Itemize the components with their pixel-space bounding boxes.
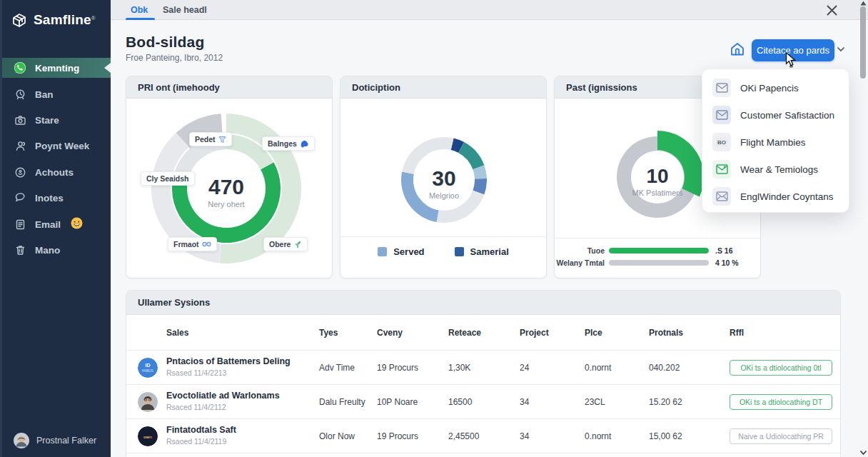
person-icon: [14, 140, 26, 153]
table-cell: 0.nornt: [585, 363, 611, 373]
menu-item-label: OKi Papencis: [740, 83, 799, 94]
donut-center-value: 10: [646, 165, 668, 187]
donut-center-label: Nery ohert: [208, 200, 244, 209]
sprout-icon: [293, 240, 302, 248]
card-divider: [555, 238, 760, 238]
create-reports-button[interactable]: Citetace ao pards: [752, 39, 834, 61]
user-name: Prostnal Falker: [36, 436, 96, 446]
mail-x-icon: [712, 187, 731, 206]
card-pri-ont-title: PRI ont (imehoody: [126, 76, 332, 99]
chevron-down-icon[interactable]: [836, 44, 847, 56]
sidebar-item-mano[interactable]: Mano: [2, 237, 111, 263]
table-row[interactable]: Evoctoliatle ad WarlonamsRsaced 11/4/211…: [126, 384, 840, 418]
callout-label: Cly Seaidsh: [146, 174, 189, 183]
sidebar-item-poynt-week[interactable]: Poynt Week: [2, 134, 111, 159]
scroll-down-icon[interactable]: [859, 450, 867, 456]
donut-chart-doticiption: 30Melgrioo: [340, 99, 547, 258]
table-cell: 10P Noare: [377, 397, 418, 407]
table-cell: 1,30K: [448, 363, 470, 373]
reports-dropdown-menu: OKi PapencisCustomer SafistactionBOFligh…: [702, 69, 849, 213]
table-cell: 0.nornt: [585, 431, 611, 441]
chart-callout-obere: Obere: [263, 237, 308, 251]
sidebar-item-kemnting[interactable]: Kemnting: [2, 58, 111, 78]
callout-label: Frmaot: [173, 240, 199, 248]
sidebar-item-stare[interactable]: Stare: [2, 107, 111, 133]
menu-item-flight-mambies[interactable]: BOFlight Mambies: [702, 129, 849, 156]
row-subtext: Rsaced 11/4/2112: [166, 403, 280, 411]
donut-chart-pri-ont: 470Nery ohert: [126, 99, 333, 278]
sidebar-item-label: Poynt Week: [35, 141, 89, 151]
svg-text:own: own: [143, 435, 152, 439]
row-name-block: Fintatodtals SaftRsaoed 11/4/2119: [166, 425, 236, 446]
scroll-up-icon[interactable]: [860, 1, 867, 6]
row-action-button[interactable]: Naive a Udiolocathing PR: [730, 428, 832, 444]
donut-center-value: 30: [432, 166, 455, 190]
column-header-tyes: Tyes: [319, 328, 338, 338]
whatsapp-icon: [14, 61, 26, 74]
menu-item-label: Wear & Temiologs: [740, 164, 818, 175]
menu-item-label: Customer Safistaction: [740, 110, 834, 121]
row-name: Fintatodtals Saft: [166, 425, 236, 435]
menu-item-englwinder-coyntans[interactable]: EnglWinder Coyntans: [702, 183, 849, 210]
face-icon: [14, 166, 26, 179]
sidebar-item-label: Kemnting: [35, 63, 79, 74]
chart-legend: ServedSamerial: [340, 246, 546, 257]
home-upload-icon[interactable]: [730, 41, 745, 57]
table-row[interactable]: ownFintatodtals SaftRsaoed 11/4/2119Olor…: [126, 418, 840, 453]
progress-row-welany-tmtal: Welany Tmtal4 10 %: [555, 257, 760, 268]
donut-center-label: MK Pslatimers: [632, 189, 683, 197]
row-name-block: Evoctoliatle ad WarlonamsRsaced 11/4/211…: [166, 391, 280, 411]
sidebar-item-label: Mano: [35, 245, 60, 256]
row-action-button[interactable]: OKi ts a dtiolocathing 0tl: [730, 360, 832, 376]
sidebar-item-inotes[interactable]: Inotes: [2, 186, 111, 211]
column-header-project: Project: [520, 328, 549, 338]
donut-segment: [458, 142, 484, 169]
tab-sale-headl-label: Sale headl: [163, 5, 207, 15]
sidebar-item-email[interactable]: Email: [2, 211, 111, 237]
legend-swatch: [455, 247, 464, 256]
sidebar-item-achouts[interactable]: Achouts: [2, 159, 111, 185]
menu-item-label: EnglWinder Coyntans: [740, 191, 834, 202]
mail-green-icon: [712, 160, 731, 179]
column-header-plce: Plce: [585, 328, 602, 338]
camera-icon: [14, 114, 26, 127]
table-row-partial: [126, 453, 840, 457]
chart-callout-balnges: Balnges: [262, 136, 315, 151]
card-doticiption: Doticiption 30Melgrioo ServedSamerial: [340, 76, 547, 278]
scrollbar-thumb[interactable]: [860, 6, 866, 79]
column-header-sales: Sales: [166, 328, 188, 338]
menu-item-wear-temiologs[interactable]: Wear & Temiologs: [702, 156, 849, 183]
menu-item-customer-safistaction[interactable]: Customer Safistaction: [702, 101, 849, 129]
row-subtext: Rsased 11/4/2213: [166, 368, 291, 377]
legend-item-served: Served: [378, 246, 424, 257]
table-cell: Olor Now: [319, 431, 355, 441]
chat-icon: [14, 192, 26, 205]
menu-item-oki-papencis[interactable]: OKi Papencis: [702, 74, 849, 101]
table-cell: 19 Procurs: [377, 431, 418, 441]
blue-blob-icon: [300, 139, 309, 148]
document-icon: [14, 218, 26, 231]
table-cell: 15.20 62: [649, 397, 682, 407]
tab-obk[interactable]: Obk: [131, 0, 148, 20]
row-action-button[interactable]: OKi ts a dtiolocathing DT: [730, 394, 832, 410]
table-cell: 040.202: [649, 363, 680, 373]
chart-callout-cly-seaidsh: Cly Seaidsh: [141, 171, 195, 186]
sidebar-user[interactable]: Prostnal Falker: [14, 433, 96, 448]
chart-callout-frmaot: Frmaot: [168, 237, 217, 251]
callout-label: Pedet: [195, 135, 216, 144]
table-cell: 34: [520, 431, 529, 441]
row-name-block: Pntacios of Battemers DelingRsased 11/4/…: [166, 356, 291, 377]
brand-registered-mark: ®: [91, 15, 96, 21]
tab-bar: Obk Sale headl: [111, 0, 868, 20]
tab-sale-headl[interactable]: Sale headl: [163, 0, 207, 20]
legend-label: Served: [393, 246, 424, 257]
progress-label: Tuoe: [555, 246, 609, 255]
page-subtitle: Froe Panteing, Ibro, 2012: [126, 53, 223, 63]
sidebar-item-ban[interactable]: Ban: [2, 81, 111, 107]
progress-track: [609, 248, 709, 253]
close-icon[interactable]: [824, 2, 839, 18]
donut-center-value: 470: [208, 175, 244, 199]
row-avatar-blue-logo: IDHNBUS: [138, 358, 158, 378]
funnel-icon: [218, 136, 226, 144]
table-row[interactable]: IDHNBUSPntacios of Battemers DelingRsase…: [126, 350, 840, 384]
